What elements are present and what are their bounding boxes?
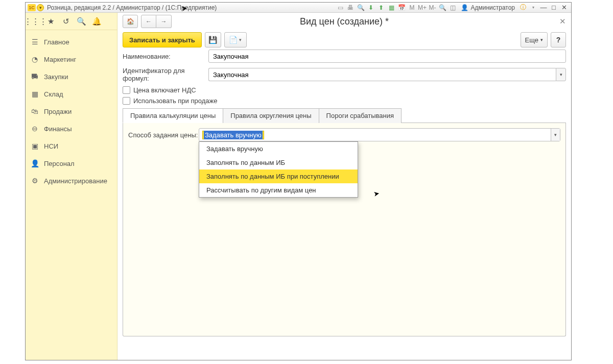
method-select-value: Задавать вручную	[199, 129, 551, 141]
name-input[interactable]	[208, 50, 566, 63]
back-button[interactable]: ←	[141, 15, 156, 28]
vat-checkbox[interactable]	[123, 86, 130, 94]
print-icon[interactable]: 🖶	[346, 3, 355, 12]
menu-icon: ☰	[31, 38, 39, 46]
sidebar: ⋮⋮⋮ ★ ↺ 🔍 🔔 ☰Главное ◔Маркетинг ⛟Закупки…	[26, 13, 117, 360]
grid-icon[interactable]: ▦	[387, 3, 396, 12]
method-option-fill-ib[interactable]: Заполнять по данным ИБ	[199, 156, 358, 169]
close-window-button[interactable]: ✕	[559, 4, 569, 12]
info-drop-icon[interactable]: ▾	[529, 3, 538, 12]
tab-panel: Способ задания цены: Задавать вручную ▾ …	[123, 123, 566, 336]
info-icon[interactable]: ⓘ	[518, 3, 528, 12]
upload-icon[interactable]: ⬆	[376, 3, 386, 12]
sidebar-item-sales[interactable]: 🛍Продажи	[26, 103, 117, 120]
sidebar-item-marketing[interactable]: ◔Маркетинг	[26, 51, 117, 68]
more-button[interactable]: Еще▾	[521, 32, 548, 47]
sidebar-item-admin[interactable]: ⚙Администрирование	[26, 172, 117, 189]
nav-list: ☰Главное ◔Маркетинг ⛟Закупки ▦Склад 🛍Про…	[26, 30, 117, 192]
method-label: Способ задания цены:	[128, 131, 199, 139]
sidebar-item-warehouse[interactable]: ▦Склад	[26, 85, 117, 103]
id-dropdown-button[interactable]: ▾	[556, 68, 566, 81]
sidebar-item-label: Администрирование	[44, 177, 107, 185]
history-icon[interactable]: ↺	[61, 17, 70, 26]
window-title: Розница, редакция 2.2 / Администратор / …	[47, 4, 217, 11]
minimize-button[interactable]: —	[539, 4, 548, 12]
m-minus-icon[interactable]: M-	[428, 3, 437, 12]
apps-icon[interactable]: ⋮⋮⋮	[31, 17, 40, 26]
m-plus-icon[interactable]: M+	[417, 3, 427, 12]
sidebar-item-finance[interactable]: ⊖Финансы	[26, 120, 117, 137]
user-chip[interactable]: 👤 Администратор	[461, 4, 515, 11]
folder-icon: ▣	[31, 142, 39, 150]
gear-icon: ⚙	[31, 177, 39, 185]
id-label: Идентификатор для формул:	[123, 67, 208, 82]
user-label: Администратор	[470, 4, 515, 11]
search-icon[interactable]: 🔍	[77, 17, 86, 26]
chart-icon: ◔	[31, 55, 39, 63]
method-option-fill-ib-receipt[interactable]: Заполнять по данным ИБ при поступлении	[199, 169, 358, 183]
tabs: Правила калькуляции цены Правила округле…	[123, 108, 566, 123]
home-button[interactable]: 🏠	[123, 15, 138, 28]
m-icon[interactable]: M	[407, 3, 416, 12]
tab-calc-rules[interactable]: Правила калькуляции цены	[123, 108, 223, 123]
calendar-icon[interactable]: 📅	[397, 3, 406, 12]
zoom-icon[interactable]: 🔍	[438, 3, 447, 12]
main-area: 🏠 ← → Вид цен (создание) * ✕ Записать и …	[117, 13, 571, 360]
sidebar-item-personnel[interactable]: 👤Персонал	[26, 155, 117, 172]
actions-button[interactable]: 📄▾	[224, 32, 247, 47]
window-icon[interactable]: ▭	[336, 3, 345, 12]
sidebar-item-label: Финансы	[44, 125, 72, 133]
method-select-dropdown-button[interactable]: ▾	[551, 129, 560, 141]
link-icon[interactable]: 🔍	[356, 3, 365, 12]
person-icon: 👤	[31, 159, 39, 167]
sidebar-item-nsi[interactable]: ▣НСИ	[26, 137, 117, 155]
use-sale-checkbox-label: Использовать при продаже	[133, 97, 217, 105]
warehouse-icon: ▦	[31, 90, 39, 98]
tab-thresholds[interactable]: Пороги срабатывания	[319, 108, 402, 123]
sidebar-item-purchases[interactable]: ⛟Закупки	[26, 68, 117, 85]
sidebar-item-label: Маркетинг	[44, 56, 76, 63]
form-body: Наименование: Идентификатор для формул: …	[117, 50, 571, 336]
page-title: Вид цен (создание) *	[300, 16, 389, 27]
layout-icon[interactable]: ◫	[448, 3, 457, 12]
sidebar-top-toolbar: ⋮⋮⋮ ★ ↺ 🔍 🔔	[26, 13, 117, 30]
tab-rounding-rules[interactable]: Правила округления цены	[223, 108, 319, 123]
bell-icon[interactable]: 🔔	[92, 17, 101, 26]
id-input[interactable]	[208, 68, 556, 81]
close-page-button[interactable]: ✕	[559, 17, 566, 26]
sidebar-item-label: Склад	[44, 90, 63, 98]
sidebar-item-label: Главное	[44, 38, 69, 46]
bag-icon: 🛍	[31, 107, 39, 115]
sidebar-item-label: Закупки	[44, 73, 68, 81]
forward-button[interactable]: →	[156, 15, 172, 28]
titlebar: 1C ▾ Розница, редакция 2.2 / Администрат…	[26, 3, 571, 13]
star-icon[interactable]: ★	[46, 17, 55, 26]
use-sale-checkbox-row[interactable]: Использовать при продаже	[123, 97, 566, 105]
main-header: 🏠 ← → Вид цен (создание) * ✕	[117, 13, 571, 30]
method-select[interactable]: Задавать вручную ▾	[199, 128, 560, 141]
use-sale-checkbox[interactable]	[123, 97, 130, 105]
coin-icon: ⊖	[31, 125, 39, 133]
app-menu-dropdown[interactable]: ▾	[37, 4, 44, 11]
vat-checkbox-row[interactable]: Цена включает НДС	[123, 86, 566, 94]
sidebar-item-label: Продажи	[44, 108, 72, 115]
cart-icon: ⛟	[31, 72, 39, 81]
sidebar-item-label: Персонал	[44, 160, 75, 167]
method-dropdown: Задавать вручную Заполнять по данным ИБ …	[199, 141, 358, 198]
form-toolbar: Записать и закрыть 💾 📄▾ Еще▾ ?	[117, 30, 571, 50]
app-logo-icon: 1C	[28, 4, 36, 11]
save-close-button[interactable]: Записать и закрыть	[123, 32, 202, 47]
user-icon: 👤	[461, 4, 468, 11]
help-button[interactable]: ?	[551, 32, 566, 47]
name-label: Наименование:	[123, 53, 208, 60]
save-button[interactable]: 💾	[205, 32, 221, 47]
sidebar-item-main[interactable]: ☰Главное	[26, 33, 117, 51]
download-icon[interactable]: ⬇	[366, 3, 375, 12]
maximize-button[interactable]: □	[549, 4, 558, 12]
method-option-calc-other[interactable]: Рассчитывать по другим видам цен	[199, 183, 358, 197]
method-option-manual[interactable]: Задавать вручную	[199, 142, 358, 156]
vat-checkbox-label: Цена включает НДС	[133, 86, 196, 94]
sidebar-item-label: НСИ	[44, 142, 58, 150]
